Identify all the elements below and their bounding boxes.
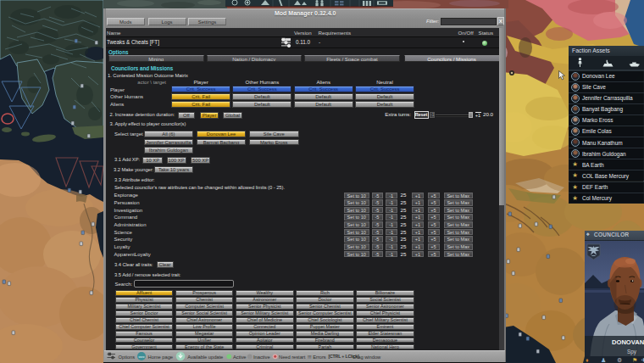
svg-text:⚙: ⚙ (617, 357, 622, 363)
svg-text:♟: ♟ (601, 357, 606, 363)
svg-text:⚑: ⚑ (632, 357, 637, 363)
svg-text:♦: ♦ (586, 357, 589, 363)
